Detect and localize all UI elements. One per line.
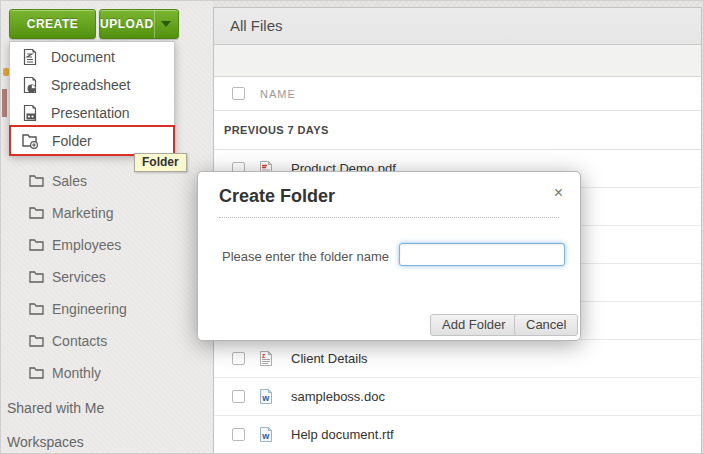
create-folder-dialog: Create Folder × Please enter the folder … xyxy=(197,171,581,341)
folder-name-input[interactable] xyxy=(399,243,565,266)
sidebar-item-marketing[interactable]: Marketing xyxy=(29,198,113,228)
dialog-separator xyxy=(219,217,559,218)
sidebar-item-label: Monthly xyxy=(52,365,101,381)
menu-item-presentation[interactable]: Presentation xyxy=(10,99,174,127)
row-checkbox[interactable] xyxy=(232,390,245,403)
group-header: PREVIOUS 7 DAYS xyxy=(214,111,701,150)
upload-dropdown-button[interactable] xyxy=(154,10,178,38)
sidebar-item-label: Contacts xyxy=(52,333,107,349)
upload-button[interactable]: UPLOAD xyxy=(100,17,154,31)
menu-item-spreadsheet[interactable]: Spreadsheet xyxy=(10,71,174,99)
folder-icon xyxy=(29,271,44,283)
cancel-button[interactable]: Cancel xyxy=(514,314,578,336)
presentation-icon xyxy=(22,104,38,122)
sidebar-item-label: Marketing xyxy=(52,205,113,221)
row-checkbox[interactable] xyxy=(232,428,245,441)
file-name: Help document.rtf xyxy=(291,427,394,442)
create-button[interactable]: CREATE xyxy=(9,9,96,39)
chevron-down-icon xyxy=(161,21,171,27)
app-window: Accounts Sales Marketing Employees Servi… xyxy=(0,0,704,454)
file-name: sampleboss.doc xyxy=(291,389,385,404)
folder-tooltip: Folder xyxy=(134,153,187,172)
page-title: All Files xyxy=(214,8,701,45)
svg-text:w: w xyxy=(261,393,270,403)
sidebar-peek-fragment xyxy=(2,89,7,117)
spreadsheet-icon xyxy=(22,76,38,94)
word-doc-icon: w xyxy=(258,426,274,443)
folder-name-label: Please enter the folder name xyxy=(222,249,389,264)
sidebar-item-label: Services xyxy=(52,269,106,285)
sidebar-item-monthly[interactable]: Monthly xyxy=(29,358,101,388)
dialog-title: Create Folder xyxy=(219,186,335,207)
table-row[interactable]: z Client Details xyxy=(214,340,701,378)
create-menu: Document Spreadsheet xyxy=(9,41,175,155)
folder-icon xyxy=(29,207,44,219)
sidebar-item-shared-with-me[interactable]: Shared with Me xyxy=(7,393,104,423)
folder-icon xyxy=(29,175,44,187)
writer-doc-icon: z xyxy=(258,350,274,367)
menu-item-label: Folder xyxy=(52,133,92,149)
document-icon xyxy=(22,48,38,66)
sidebar-item-label: Sales xyxy=(52,173,87,189)
folder-plus-icon xyxy=(22,133,39,149)
folder-icon xyxy=(29,367,44,379)
sidebar-section-label: Workspaces xyxy=(7,434,84,450)
sidebar-item-workspaces[interactable]: Workspaces xyxy=(7,427,84,454)
sidebar-item-engineering[interactable]: Engineering xyxy=(29,294,127,324)
sidebar-item-employees[interactable]: Employees xyxy=(29,230,121,260)
row-checkbox[interactable] xyxy=(232,352,245,365)
table-row[interactable]: w sampleboss.doc xyxy=(214,378,701,416)
folder-icon xyxy=(29,303,44,315)
sidebar-item-contacts[interactable]: Contacts xyxy=(29,326,107,356)
menu-item-label: Spreadsheet xyxy=(51,77,130,93)
svg-text:w: w xyxy=(261,431,270,441)
sidebar-item-label: Employees xyxy=(52,237,121,253)
actions-toolbar xyxy=(214,45,701,77)
select-all-checkbox[interactable] xyxy=(232,87,245,100)
word-doc-icon: w xyxy=(258,388,274,405)
sidebar-item-label: Engineering xyxy=(52,301,127,317)
menu-item-label: Document xyxy=(51,49,115,65)
menu-item-label: Presentation xyxy=(51,105,130,121)
table-row[interactable]: w Help document.rtf xyxy=(214,416,701,454)
sidebar-section-label: Shared with Me xyxy=(7,400,104,416)
menu-item-document[interactable]: Document xyxy=(10,43,174,71)
file-name: Client Details xyxy=(291,351,368,366)
table-header: NAME xyxy=(214,77,701,111)
folder-icon xyxy=(29,239,44,251)
add-folder-button[interactable]: Add Folder xyxy=(430,314,518,336)
upload-button-group: UPLOAD xyxy=(99,9,179,39)
column-header-name[interactable]: NAME xyxy=(260,88,296,100)
sidebar-item-sales[interactable]: Sales xyxy=(29,166,87,196)
close-icon[interactable]: × xyxy=(554,185,563,201)
sidebar-item-services[interactable]: Services xyxy=(29,262,106,292)
menu-item-folder[interactable]: Folder xyxy=(10,127,174,155)
folder-icon xyxy=(29,335,44,347)
